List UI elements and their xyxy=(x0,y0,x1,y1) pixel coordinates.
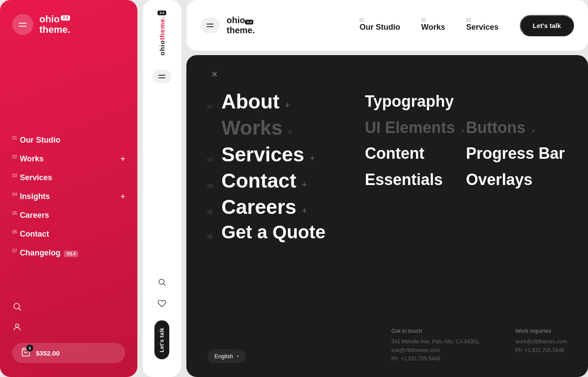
svg-point-2 xyxy=(15,324,18,327)
secondary-nav-column: Typography UI Elements × Buttons × Conte… xyxy=(347,88,567,321)
red-header: ohio3.4 theme. xyxy=(12,14,125,35)
menu-item-about[interactable]: 01 About + xyxy=(207,88,347,115)
navbar-nav-studio[interactable]: 01 Our Studio xyxy=(360,18,400,32)
menu-label-progress-bar: Progress Bar xyxy=(466,144,565,162)
work-title: Work inquiries xyxy=(515,328,567,334)
menu-item-typography[interactable]: Typography xyxy=(365,88,466,115)
navbar-logo-ohio: ohio3.4theme. xyxy=(227,15,255,35)
contact-title: Get in touch xyxy=(392,328,480,334)
footer-work-col: Work inquiries work@clbthemes.com Ph: +1… xyxy=(515,328,567,363)
menu-item-essentials[interactable]: Essentials xyxy=(365,167,466,193)
top-navbar: ohio3.4theme. 01 Our Studio 02 Works 03 … xyxy=(186,0,588,51)
navbar-cta-button[interactable]: Let's talk xyxy=(520,15,574,36)
buttons-x: × xyxy=(532,127,535,134)
menu-num-01: 01 xyxy=(207,104,218,109)
dark-menu-body: 01 About + Works × 03 Services + 04 Cont… xyxy=(207,88,567,321)
dark-menu: ✕ 01 About + Works × 03 Services + xyxy=(186,55,588,377)
menu-item-empty-1 xyxy=(466,88,567,115)
plus-icon: + xyxy=(120,154,125,164)
menu-label-works: Works xyxy=(221,117,283,138)
menu-item-services[interactable]: 03 Services + xyxy=(207,141,347,168)
red-footer: 3 $352.00 xyxy=(12,302,125,363)
chevron-down-icon: ▾ xyxy=(237,354,239,359)
menu-plus-careers: + xyxy=(301,205,307,216)
logo-theme: theme. xyxy=(39,24,70,35)
mobile-menu-panel: ohio3.4 theme. 01Our Studio 02Works + 03… xyxy=(0,0,137,377)
navbar-label-works: Works xyxy=(421,23,445,32)
nav-item-services[interactable]: 03Services xyxy=(12,169,125,187)
menu-num-06: 06 xyxy=(207,234,218,239)
navbar-nav: 01 Our Studio 02 Works 03 Services xyxy=(360,18,499,32)
search-icon[interactable] xyxy=(12,302,24,314)
footer-contact-col: Get in touch 541 Melville Ave, Palo Alto… xyxy=(392,328,480,363)
main-panel: ohio3.4theme. 01 Our Studio 02 Works 03 … xyxy=(186,0,588,377)
navbar-nav-services[interactable]: 03 Services xyxy=(466,18,498,32)
menu-label-typography: Typography xyxy=(365,92,454,110)
sidebar-heart-icon[interactable] xyxy=(158,299,166,310)
menu-x-works: × xyxy=(288,129,292,136)
menu-item-works[interactable]: Works × xyxy=(207,115,347,141)
navbar-logo-badge: 3.4 xyxy=(245,20,253,24)
sidebar-icons: Let's talk xyxy=(154,278,169,360)
nav-item-insights[interactable]: 04Insights + xyxy=(12,188,125,206)
navbar-nav-works[interactable]: 02 Works xyxy=(421,18,445,32)
work-phone: Ph: +1.831.705.5448 xyxy=(515,346,567,355)
nav-item-careers[interactable]: 05Careers xyxy=(12,206,125,224)
nav-item-changelog[interactable]: 07ChangelogV3.4 xyxy=(12,244,125,262)
nav-item-studio[interactable]: 01Our Studio xyxy=(12,131,125,149)
menu-plus-about: + xyxy=(285,100,290,111)
contact-phone: Ph: +1.831.705.5448 xyxy=(392,355,480,363)
menu-label-overlays: Overlays xyxy=(466,171,532,188)
navbar-label-studio: Our Studio xyxy=(360,23,400,32)
plus-icon: + xyxy=(120,192,125,201)
menu-item-careers[interactable]: 05 Careers + xyxy=(207,194,347,220)
red-logo: ohio3.4 theme. xyxy=(39,14,70,35)
svg-line-5 xyxy=(164,284,166,286)
navbar-label-services: Services xyxy=(466,23,498,32)
ui-elements-x: × xyxy=(461,127,465,134)
navbar-hamburger[interactable] xyxy=(200,17,220,33)
menu-item-quote[interactable]: 06 Get a Quote xyxy=(207,220,347,244)
menu-label-contact: Contact xyxy=(221,170,296,191)
menu-item-buttons[interactable]: Buttons × xyxy=(466,115,567,141)
menu-label-essentials: Essentials xyxy=(365,171,443,188)
footer-contact: Get in touch 541 Melville Ave, Palo Alto… xyxy=(392,328,567,363)
nav-item-works[interactable]: 02Works + xyxy=(12,150,125,168)
menu-label-content: Content xyxy=(365,144,424,162)
menu-item-overlays[interactable]: Overlays xyxy=(466,167,567,193)
menu-num-05: 05 xyxy=(207,209,218,215)
hamburger-button[interactable] xyxy=(12,14,33,35)
svg-point-0 xyxy=(14,304,20,309)
menu-plus-contact: + xyxy=(301,179,307,190)
navbar-num-02: 02 xyxy=(421,18,426,23)
sidebar-cta-button[interactable]: Let's talk xyxy=(154,321,169,360)
sidebar-logo-text: ohiotheme. xyxy=(158,16,166,56)
cart-button[interactable]: 3 $352.00 xyxy=(12,343,125,363)
version-tag: V3.4 xyxy=(64,251,78,257)
sidebar-logo: 3.4 ohiotheme. xyxy=(158,10,166,56)
menu-item-ui-elements[interactable]: UI Elements × xyxy=(365,115,466,141)
close-button[interactable]: ✕ xyxy=(207,67,221,81)
sidebar-search-icon[interactable] xyxy=(158,278,166,289)
menu-label-about: About xyxy=(221,91,280,112)
user-icon[interactable] xyxy=(12,322,24,334)
main-nav-column: 01 About + Works × 03 Services + 04 Cont… xyxy=(207,88,347,321)
cart-icon-wrap: 3 xyxy=(21,347,31,359)
menu-label-services: Services xyxy=(221,144,304,165)
menu-num-03: 03 xyxy=(207,157,218,162)
sidebar-badge: 3.4 xyxy=(158,10,166,15)
contact-email: ask@clbthemes.com xyxy=(392,346,480,355)
work-email: work@clbthemes.com xyxy=(515,338,567,346)
nav-item-contact[interactable]: 06Contact xyxy=(12,225,125,243)
language-label: English xyxy=(214,353,233,360)
navbar-logo: ohio3.4theme. xyxy=(227,15,255,35)
menu-item-contact[interactable]: 04 Contact + xyxy=(207,168,347,194)
menu-item-content[interactable]: Content xyxy=(365,140,466,167)
sidebar-menu-button[interactable] xyxy=(152,70,172,84)
svg-point-4 xyxy=(159,279,164,285)
cart-badge: 3 xyxy=(26,345,33,352)
menu-num-04: 04 xyxy=(207,183,218,188)
menu-item-progress-bar[interactable]: Progress Bar xyxy=(466,140,567,167)
language-selector[interactable]: English ▾ xyxy=(207,349,246,363)
sidebar-panel: 3.4 ohiotheme. Let's talk xyxy=(143,0,181,377)
